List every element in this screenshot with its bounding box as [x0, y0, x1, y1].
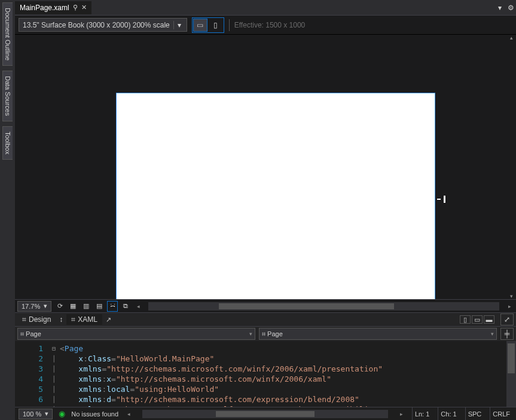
cursor-line-label: Ln: 1	[412, 407, 432, 420]
fold-column[interactable]: ⊟ ││││││	[48, 341, 60, 407]
split-vertical-icon[interactable]: ▯	[460, 315, 471, 324]
toggle-a-icon[interactable]: ∺	[108, 302, 117, 311]
xaml-tab[interactable]: ⌗ XAML	[66, 314, 102, 325]
siderail-data-sources[interactable]: Data Sources	[2, 71, 13, 121]
device-dropdown[interactable]: 13.5" Surface Book (3000 x 2000) 200% sc…	[19, 18, 187, 32]
element-path-right-label: Page	[267, 330, 283, 337]
fold-toggle-icon[interactable]: ⊟	[48, 343, 60, 354]
gear-icon[interactable]: ⚙	[505, 2, 516, 13]
page-icon: ⌗	[262, 330, 265, 337]
close-icon[interactable]: ✕	[81, 4, 87, 11]
design-xaml-splitter: ⌗ Design ↕ ⌗ XAML ↗ ▯ ▭ ▬ ⤢	[15, 312, 516, 327]
side-rail: Document Outline Data Sources Toolbox	[0, 0, 15, 420]
hscroll-right-icon[interactable]: ▸	[505, 302, 514, 311]
hscroll-left-icon[interactable]: ◂	[124, 411, 133, 417]
line-number: 6	[15, 394, 43, 404]
resize-handle-east[interactable]	[444, 196, 445, 203]
status-bar: 100 % ▾ ◉ No issues found ◂ ▸ Ln: 1 Ch: …	[15, 407, 516, 420]
swap-panes-icon[interactable]: ↕	[59, 315, 63, 324]
status-horizontal-scrollbar[interactable]	[142, 410, 388, 418]
grid-icon[interactable]: ▦	[68, 302, 78, 311]
element-path-left-dropdown[interactable]: ⌗ Page ▾	[17, 328, 255, 340]
resize-handle-east-line	[437, 199, 441, 200]
toggle-b-icon[interactable]: ⧉	[121, 302, 130, 311]
indent-mode-label[interactable]: SPC	[465, 407, 484, 420]
designer-horizontal-scrollbar[interactable]	[148, 302, 499, 311]
ok-status-icon: ◉	[59, 409, 65, 418]
siderail-document-outline[interactable]: Document Outline	[2, 2, 13, 66]
snap-lines-icon[interactable]: ▤	[94, 302, 104, 311]
split-horizontal-icon[interactable]: ▭	[472, 315, 483, 324]
chevron-down-icon: ▾	[491, 331, 494, 337]
orientation-landscape-button[interactable]: ▭	[194, 19, 207, 31]
editor-zoom-value: 100 %	[23, 410, 41, 418]
line-number-gutter: 1 2 3 4 5 6 7	[15, 341, 48, 407]
window-menu-icon[interactable]: ▾	[494, 2, 505, 13]
chevron-down-icon: ▾	[45, 410, 48, 418]
file-tab[interactable]: MainPage.xaml ⚲ ✕	[15, 1, 91, 14]
line-ending-label[interactable]: CRLF	[490, 407, 512, 420]
scrollbar-thumb[interactable]	[219, 303, 394, 309]
orientation-portrait-button[interactable]: ▯	[209, 19, 222, 31]
hscroll-right-icon[interactable]: ▸	[398, 411, 406, 417]
element-path-row: ⌗ Page ▾ ⌗ Page ▾ ╪	[15, 327, 516, 341]
artboard[interactable]	[117, 93, 435, 299]
xaml-tab-label: XAML	[78, 315, 97, 324]
title-bar: MainPage.xaml ⚲ ✕ ▾ ⚙	[15, 0, 516, 16]
design-surface[interactable]	[15, 35, 516, 299]
chevron-down-icon: ▾	[44, 302, 47, 310]
element-path-left-label: Page	[26, 330, 41, 337]
editor-zoom-dropdown[interactable]: 100 % ▾	[19, 409, 53, 419]
line-number: 5	[15, 384, 43, 394]
split-editor-icon[interactable]: ╪	[500, 328, 514, 340]
design-tab-icon: ⌗	[22, 315, 26, 324]
editor-vertical-scrollbar[interactable]	[506, 341, 516, 407]
siderail-toolbox[interactable]: Toolbox	[2, 126, 13, 160]
device-dropdown-label: 13.5" Surface Book (3000 x 2000) 200% sc…	[23, 21, 170, 29]
snap-grid-icon[interactable]: ▥	[81, 302, 91, 311]
design-tab[interactable]: ⌗ Design	[17, 314, 56, 325]
line-number: 1	[15, 343, 43, 354]
issues-label: No issues found	[71, 410, 118, 418]
pin-icon[interactable]: ⚲	[73, 4, 78, 11]
orientation-group: ▭ ▯	[192, 17, 224, 33]
device-toolbar: 13.5" Surface Book (3000 x 2000) 200% sc…	[15, 16, 516, 35]
main-area: MainPage.xaml ⚲ ✕ ▾ ⚙ 13.5" Surface Book…	[15, 0, 516, 420]
chevron-down-icon: ▾	[173, 21, 183, 29]
code-content[interactable]: <Page x:Class="HelloWorld.MainPage" xmln…	[60, 341, 506, 407]
file-tab-label: MainPage.xaml	[20, 4, 69, 12]
line-number: 3	[15, 364, 43, 374]
popout-icon[interactable]: ↗	[106, 316, 111, 324]
designer-zoom-dropdown[interactable]: 17.7% ▾	[17, 301, 51, 312]
expand-pane-icon[interactable]: ⤢	[500, 314, 514, 325]
page-icon: ⌗	[20, 330, 24, 337]
effective-resolution-label: Effective: 1500 x 1000	[234, 21, 306, 29]
designer-vertical-scrollbar[interactable]	[506, 35, 516, 299]
split-collapse-icon[interactable]: ▬	[484, 315, 494, 324]
split-orientation-group: ▯ ▭ ▬	[460, 315, 494, 324]
designer-toolbar: 17.7% ▾ ⟳ ▦ ▥ ▤ ∺ ⧉ ◂ ▸	[15, 299, 516, 312]
designer-zoom-value: 17.7%	[22, 303, 40, 310]
design-tab-label: Design	[29, 315, 51, 324]
scrollbar-thumb[interactable]	[508, 343, 515, 373]
element-path-right-dropdown[interactable]: ⌗ Page ▾	[259, 328, 497, 340]
chevron-down-icon: ▾	[249, 331, 252, 337]
line-number: 4	[15, 374, 43, 384]
xaml-tab-icon: ⌗	[71, 315, 75, 324]
line-number: 2	[15, 354, 43, 364]
hscroll-left-icon[interactable]: ◂	[134, 302, 142, 311]
divider	[229, 19, 230, 31]
cursor-char-label: Ch: 1	[438, 407, 459, 420]
code-editor[interactable]: 1 2 3 4 5 6 7 ⊟ ││││││ <Page x:Class="He…	[15, 341, 516, 407]
refresh-icon[interactable]: ⟳	[55, 302, 65, 311]
scrollbar-thumb[interactable]	[216, 411, 314, 417]
line-number: 7	[15, 404, 43, 407]
